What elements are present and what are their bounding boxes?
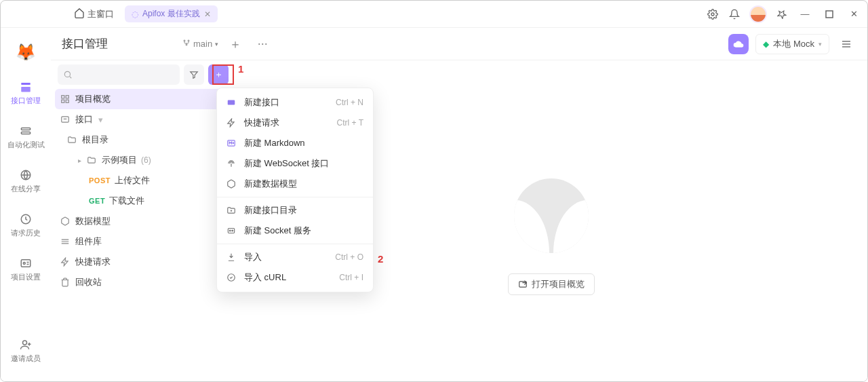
minimize-icon[interactable]: ― <box>797 6 813 22</box>
menu-import[interactable]: 导入 Ctrl + O <box>217 247 373 267</box>
rail-api-management[interactable]: 接口管理 <box>1 75 51 110</box>
tree-components[interactable]: 组件库 ▸ <box>55 231 231 252</box>
environment-selector[interactable]: ◆ 本地 Mock ▾ <box>755 34 829 54</box>
menu-new-folder[interactable]: 新建接口目录 <box>217 200 373 221</box>
rail: 🦊 接口管理 自动化测试 在线分享 请求历史 <box>1 28 51 381</box>
more-button[interactable]: ··· <box>252 34 273 54</box>
titlebar: 主窗口 ◌ Apifox 最佳实践 ✕ ― ✕ <box>1 1 867 28</box>
svg-rect-21 <box>228 100 235 105</box>
rail-label: 自动化测试 <box>7 140 45 150</box>
new-tab-button[interactable]: ＋ <box>225 34 245 54</box>
tree-label: 回收站 <box>75 276 102 288</box>
svg-rect-1 <box>826 11 833 18</box>
tree-project-overview[interactable]: 项目概览 <box>55 89 231 109</box>
overview-icon <box>60 94 71 104</box>
svg-point-11 <box>184 40 185 41</box>
menu-label: 快捷请求 <box>244 117 279 129</box>
tree-example-project[interactable]: ▸ 示例项目 (6) <box>55 150 231 170</box>
menu-label: 导入 cURL <box>244 271 286 284</box>
tree-data-models[interactable]: 数据模型 ▸ <box>55 211 231 231</box>
gear-icon[interactable] <box>706 7 719 21</box>
svg-point-10 <box>23 341 27 345</box>
rail-label: 邀请成员 <box>11 354 41 364</box>
svg-rect-3 <box>21 87 31 92</box>
topbar: 接口管理 main ▾ ＋ ··· ◆ 本地 Mock ▾ <box>51 28 867 60</box>
svg-point-25 <box>232 230 233 231</box>
cloud-button[interactable] <box>728 34 749 54</box>
plus-icon: ＋ <box>214 69 223 81</box>
open-project-button[interactable]: 打开项目概览 <box>508 273 595 295</box>
rail-settings[interactable]: 项目设置 <box>1 252 51 286</box>
menu-shortcut: Ctrl + I <box>339 273 363 282</box>
page-title: 接口管理 <box>62 36 108 52</box>
folder-icon <box>87 155 98 165</box>
tree-label: 根目录 <box>82 134 108 146</box>
home-button[interactable]: 主窗口 <box>67 5 121 23</box>
menu-new-datamodel[interactable]: 新建数据模型 <box>217 174 373 194</box>
lightning-icon <box>60 257 71 267</box>
bell-icon[interactable] <box>728 7 741 21</box>
maximize-icon[interactable] <box>821 6 837 22</box>
search-input[interactable] <box>58 64 180 85</box>
menu-label: 导入 <box>244 251 262 263</box>
home-icon <box>74 7 85 20</box>
menu-button[interactable] <box>836 34 856 54</box>
svg-rect-2 <box>21 83 31 85</box>
menu-import-curl[interactable]: 导入 cURL Ctrl + I <box>217 267 373 288</box>
branch-selector[interactable]: main ▾ <box>182 39 218 49</box>
history-icon <box>18 212 33 227</box>
window-close-icon[interactable]: ✕ <box>846 6 862 22</box>
rail-share[interactable]: 在线分享 <box>1 164 51 198</box>
svg-point-13 <box>186 44 187 45</box>
svg-rect-15 <box>62 96 64 98</box>
tree-label: 数据模型 <box>75 215 111 227</box>
components-icon <box>60 237 71 246</box>
add-menu: 新建接口 Ctrl + N 快捷请求 Ctrl + T 新建 Markdown … <box>216 88 374 292</box>
curl-icon <box>226 273 237 282</box>
tree-api-root[interactable]: 接口 ▾ <box>55 109 231 130</box>
avatar[interactable] <box>749 5 767 23</box>
cube-icon <box>226 179 237 189</box>
tree-label: 项目概览 <box>75 93 111 105</box>
annotation-label-2: 2 <box>378 253 383 265</box>
tab-label: Apifox 最佳实践 <box>142 8 200 20</box>
add-button[interactable]: ＋ <box>208 64 229 85</box>
websocket-icon <box>226 159 237 168</box>
tree-quick-request[interactable]: 快捷请求 ▸ <box>55 252 231 272</box>
share-icon <box>18 168 33 183</box>
menu-label: 新建 Markdown <box>244 137 305 149</box>
menu-new-websocket[interactable]: 新建 WebSocket 接口 <box>217 153 373 174</box>
menu-new-api[interactable]: 新建接口 Ctrl + N <box>217 92 373 113</box>
rail-label: 接口管理 <box>11 96 41 106</box>
menu-new-socket[interactable]: 新建 Socket 服务 <box>217 221 373 241</box>
tree-download[interactable]: GET 下载文件 <box>55 191 231 211</box>
filter-button[interactable] <box>184 64 204 85</box>
lightning-icon <box>226 118 237 128</box>
menu-new-markdown[interactable]: 新建 Markdown <box>217 133 373 153</box>
menu-quick-request[interactable]: 快捷请求 Ctrl + T <box>217 113 373 133</box>
svg-rect-18 <box>66 100 68 102</box>
rail-automation[interactable]: 自动化测试 <box>1 119 51 154</box>
rail-invite[interactable]: 邀请成员 <box>1 333 51 368</box>
close-icon[interactable]: ✕ <box>204 9 211 19</box>
sidebar: ＋ 项目概览 接口 ▾ <box>51 60 235 381</box>
tree-root-dir[interactable]: 根目录 <box>55 130 231 150</box>
menu-shortcut: Ctrl + T <box>337 118 363 128</box>
svg-rect-16 <box>66 96 68 98</box>
branch-icon <box>182 39 191 49</box>
svg-point-12 <box>188 40 189 41</box>
tab-apifox[interactable]: ◌ Apifox 最佳实践 ✕ <box>125 5 218 22</box>
filter-icon <box>189 70 199 79</box>
rail-label: 在线分享 <box>11 184 41 194</box>
open-label: 打开项目概览 <box>532 278 585 290</box>
tree-upload[interactable]: POST 上传文件 <box>55 170 231 191</box>
tree-recycle[interactable]: 回收站 <box>55 272 231 292</box>
pin-icon[interactable] <box>775 7 789 21</box>
rail-history[interactable]: 请求历史 <box>1 208 51 242</box>
markdown-icon <box>226 138 237 148</box>
svg-rect-17 <box>62 100 64 102</box>
svg-point-14 <box>64 71 70 77</box>
tree-label: 组件库 <box>75 235 102 248</box>
import-icon <box>226 252 237 262</box>
tree-label: 下载文件 <box>109 195 144 207</box>
